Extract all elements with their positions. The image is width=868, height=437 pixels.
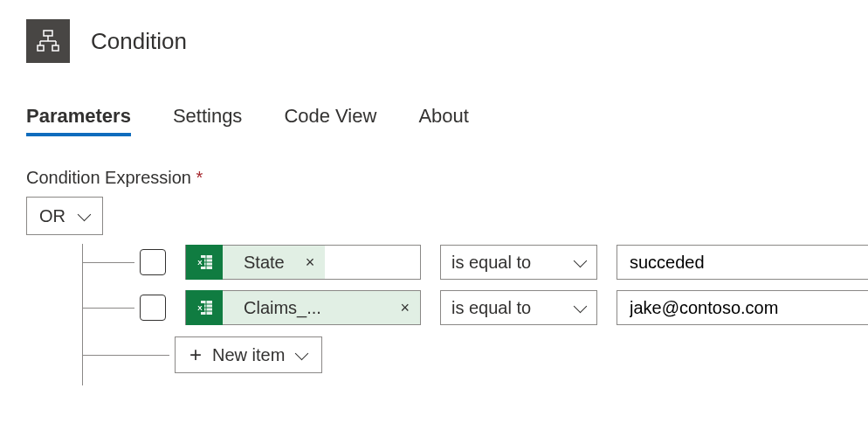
operand-field[interactable]: X State × bbox=[185, 245, 421, 280]
rows-container: X State × is equal to bbox=[26, 244, 842, 373]
operator-select[interactable]: is equal to bbox=[440, 290, 597, 325]
header: Condition bbox=[26, 19, 842, 63]
chevron-down-icon bbox=[574, 302, 586, 314]
chevron-down-icon bbox=[295, 349, 307, 361]
field-label-text: Condition Expression bbox=[26, 168, 191, 187]
value-field[interactable] bbox=[617, 245, 868, 280]
new-item-button[interactable]: + New item bbox=[175, 336, 322, 373]
condition-expression-label: Condition Expression * bbox=[26, 168, 842, 188]
excel-icon: X bbox=[186, 245, 223, 280]
tree-branch-line bbox=[82, 355, 169, 356]
value-input[interactable] bbox=[628, 252, 858, 274]
token-label: State bbox=[235, 253, 293, 273]
condition-expression-area: OR bbox=[26, 197, 842, 373]
condition-row: X Claims_... × is equal to bbox=[26, 289, 842, 326]
svg-rect-5 bbox=[38, 45, 44, 51]
new-item-label: New item bbox=[212, 345, 285, 365]
logical-operator-value: OR bbox=[39, 206, 65, 226]
tab-settings[interactable]: Settings bbox=[173, 105, 243, 136]
tab-code-view[interactable]: Code View bbox=[284, 105, 376, 136]
operator-value: is equal to bbox=[451, 253, 531, 273]
tree-branch-line bbox=[82, 262, 134, 263]
value-input[interactable] bbox=[628, 297, 858, 319]
excel-token: X Claims_... × bbox=[186, 291, 420, 324]
value-field[interactable] bbox=[617, 290, 868, 325]
new-item-row: + New item bbox=[26, 336, 842, 373]
chevron-down-icon bbox=[78, 210, 90, 222]
plus-icon: + bbox=[189, 344, 202, 365]
row-select-checkbox[interactable] bbox=[140, 295, 166, 321]
header-title: Condition bbox=[91, 28, 187, 55]
condition-icon bbox=[26, 19, 70, 63]
svg-text:X: X bbox=[197, 304, 203, 312]
tabs: Parameters Settings Code View About bbox=[26, 105, 842, 136]
required-asterisk: * bbox=[196, 168, 203, 187]
operator-value: is equal to bbox=[451, 298, 531, 318]
svg-rect-0 bbox=[44, 31, 52, 36]
operator-select[interactable]: is equal to bbox=[440, 245, 597, 280]
excel-token: X State × bbox=[186, 246, 325, 279]
row-select-checkbox[interactable] bbox=[140, 249, 166, 275]
condition-row: X State × is equal to bbox=[26, 244, 842, 281]
remove-token-icon[interactable]: × bbox=[400, 300, 410, 316]
svg-rect-6 bbox=[52, 45, 59, 51]
tab-parameters[interactable]: Parameters bbox=[26, 105, 131, 136]
chevron-down-icon bbox=[574, 256, 586, 268]
logical-operator-select[interactable]: OR bbox=[26, 197, 103, 235]
excel-icon: X bbox=[186, 290, 223, 325]
token-label: Claims_... bbox=[235, 298, 330, 318]
tree-branch-line bbox=[82, 308, 134, 309]
svg-text:X: X bbox=[197, 259, 203, 267]
remove-token-icon[interactable]: × bbox=[306, 254, 315, 270]
operand-field[interactable]: X Claims_... × bbox=[185, 290, 421, 325]
tab-about[interactable]: About bbox=[418, 105, 469, 136]
